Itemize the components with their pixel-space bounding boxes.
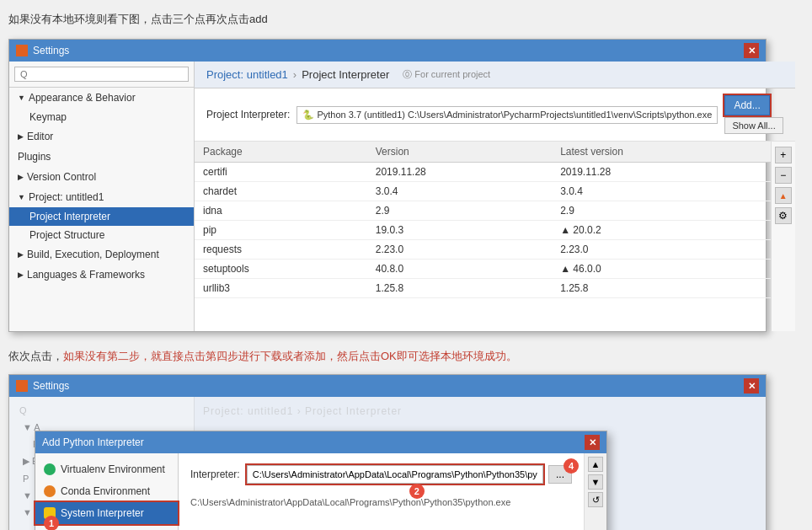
arrow-icon-editor: ▶	[18, 132, 24, 141]
blurred-breadcrumb: Project: untitled1 › Project Interpreter	[203, 405, 402, 417]
interpreter-row-2: Interpreter: 2 4 ...	[190, 465, 572, 484]
window-title-1: Settings	[33, 45, 69, 56]
build-label: Build, Execution, Deployment	[27, 249, 159, 260]
sidebar-item-editor[interactable]: ▶ Editor	[9, 126, 194, 147]
dialog-close-btn[interactable]: ✕	[585, 435, 600, 450]
cell-latest: ▲ 20.0.2	[552, 221, 771, 240]
cell-version: 3.0.4	[367, 182, 552, 201]
cell-version: 19.0.3	[367, 221, 552, 240]
close-button-1[interactable]: ✕	[744, 43, 759, 58]
step-1-badge: 1	[44, 516, 59, 530]
add-button[interactable]: Add...	[724, 95, 769, 115]
cell-package: urllib3	[195, 279, 367, 298]
keymap-label: Keymap	[29, 111, 67, 123]
main-header-1: Project: untitled1 › Project Interpreter…	[195, 62, 795, 88]
cell-package: requests	[195, 240, 367, 260]
titlebar-1: Settings ✕	[9, 40, 766, 62]
cell-latest: 3.0.4	[552, 182, 771, 201]
interpreter-sidebar-label: Project Interpreter	[29, 211, 110, 222]
conda-label: Conda Environment	[61, 485, 150, 497]
titlebar-2: Settings ✕	[9, 375, 766, 397]
settings-pkg-btn[interactable]: ⚙	[775, 207, 792, 224]
remove-package-btn[interactable]: −	[775, 167, 792, 184]
conda-icon	[44, 485, 56, 497]
cell-package: certifi	[195, 163, 367, 182]
package-table: Package Version Latest version certifi 2…	[195, 142, 771, 298]
dialog-titlebar: Add Python Interpreter ✕	[35, 431, 606, 453]
interpreter-label-2: Interpreter:	[190, 468, 240, 480]
table-row: idna 2.9 2.9	[195, 201, 771, 221]
cell-latest: ▲ 46.0.0	[552, 260, 771, 279]
languages-label: Languages & Frameworks	[27, 269, 145, 281]
upgrade-package-btn[interactable]: ▲	[775, 187, 792, 204]
sidebar-item-vcs[interactable]: ▶ Version Control	[9, 167, 194, 187]
col-version: Version	[367, 142, 552, 163]
table-header-row: Package Version Latest version	[195, 142, 771, 163]
down-btn[interactable]: ▼	[588, 474, 603, 490]
cell-package: chardet	[195, 182, 367, 201]
interpreter-row: Project Interpreter: 🐍 Python 3.7 (untit…	[195, 88, 795, 142]
arrow-icon-project: ▼	[18, 193, 25, 201]
system-interpreter-wrapper: System Interpreter 1	[35, 502, 178, 524]
step-4-badge: 4	[564, 458, 579, 474]
cell-version: 2.23.0	[367, 240, 552, 260]
conda-env-item[interactable]: Conda Environment	[35, 480, 178, 502]
sidebar-item-project[interactable]: ▼ Project: untitled1	[9, 187, 194, 207]
system-label: System Interpreter	[61, 507, 144, 519]
add-showall-group: Add... Show All...	[724, 95, 783, 134]
arrow-icon-languages: ▶	[18, 270, 24, 279]
breadcrumb-page: Project Interpreter	[302, 68, 389, 81]
sidebar-item-plugins[interactable]: Plugins	[9, 147, 194, 167]
sidebar-item-keymap[interactable]: Keymap	[9, 108, 194, 126]
table-row: requests 2.23.0 2.23.0	[195, 240, 771, 260]
virtualenv-label: Virtualenv Environment	[61, 463, 165, 475]
interpreter-path-input[interactable]	[247, 465, 543, 484]
table-container: Package Version Latest version certifi 2…	[195, 142, 771, 310]
search-input[interactable]	[14, 67, 189, 82]
settings-window-2: Settings ✕ Q ▼ A K ▶ E P ▼ V ▼ Project: …	[8, 374, 767, 530]
top-instruction: 如果没有本地环境则看下图，点击三个点再次点击add	[8, 8, 804, 30]
titlebar-left: Settings	[16, 45, 69, 56]
mid-instruction: 依次点击，如果没有第二步，就直接点击第四步进行下载或者添加，然后点击OK即可选择…	[8, 347, 804, 366]
virtualenv-icon	[44, 463, 56, 475]
sidebar-tools: + − ▲ ⚙	[771, 142, 795, 331]
interpreter-input-group: 2 4 ...	[247, 465, 572, 484]
plugins-label: Plugins	[18, 151, 51, 163]
show-all-button[interactable]: Show All...	[724, 117, 783, 134]
step-2-badge: 2	[409, 484, 425, 499]
cell-version: 2019.11.28	[367, 163, 552, 182]
breadcrumb-sep: ›	[293, 68, 296, 81]
arrow-icon-vcs: ▶	[18, 173, 24, 181]
structure-label: Project Structure	[29, 229, 104, 241]
titlebar-left-2: Settings	[16, 380, 69, 392]
sidebar-item-languages[interactable]: ▶ Languages & Frameworks	[9, 265, 194, 285]
col-package: Package	[195, 142, 367, 163]
virtualenv-env-item[interactable]: Virtualenv Environment	[35, 458, 178, 480]
blurred-header: Project: untitled1 › Project Interpreter	[203, 405, 757, 417]
sidebar-item-appearance[interactable]: ▼ Appearance & Behavior	[9, 88, 194, 108]
sidebar-label: Appearance & Behavior	[29, 92, 136, 104]
cell-latest: 2.23.0	[552, 240, 771, 260]
sidebar-item-build[interactable]: ▶ Build, Execution, Deployment	[9, 244, 194, 265]
vcs-label: Version Control	[27, 171, 96, 183]
for-current-project: ⓪ For current project	[403, 68, 490, 81]
table-row: certifi 2019.11.28 2019.11.28	[195, 163, 771, 182]
refresh-btn[interactable]: ↺	[588, 492, 603, 507]
up-btn[interactable]: ▲	[588, 457, 603, 472]
cell-package: pip	[195, 221, 367, 240]
table-row: setuptools 40.8.0 ▲ 46.0.0	[195, 260, 771, 279]
add-package-btn[interactable]: +	[775, 147, 792, 163]
package-area: Package Version Latest version certifi 2…	[195, 142, 795, 331]
settings-body-2: Q ▼ A K ▶ E P ▼ V ▼ Project: untitled1 P…	[9, 397, 766, 530]
settings-body-1: ▼ Appearance & Behavior Keymap ▶ Editor …	[9, 62, 766, 331]
project-label: Project: untitled1	[29, 191, 104, 203]
breadcrumb-project[interactable]: Project: untitled1	[206, 68, 288, 81]
close-button-2[interactable]: ✕	[744, 378, 759, 393]
dialog-body: Virtualenv Environment Conda Environment…	[35, 453, 606, 530]
table-row: urllib3 1.25.8 1.25.8	[195, 279, 771, 298]
sidebar-item-interpreter[interactable]: Project Interpreter	[9, 207, 194, 226]
sidebar-item-structure[interactable]: Project Structure	[9, 226, 194, 244]
cell-package: setuptools	[195, 260, 367, 279]
dialog-main: Interpreter: 2 4 ...	[179, 453, 584, 530]
col-latest: Latest version	[552, 142, 771, 163]
